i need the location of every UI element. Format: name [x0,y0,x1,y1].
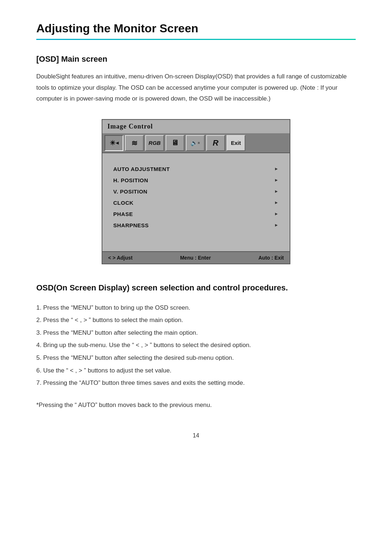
menu-item-label: H. Position [113,177,148,183]
osd-box: Image Control ☀ ◀ ≋ RGB 🖥 🔈 ≡ [102,119,290,264]
menu-item-label: Clock [113,200,134,206]
osd-footer-exit: Auto : Exit [258,255,284,261]
step-3: 3. Press the “MENU” button after selecti… [36,327,356,339]
osd-menu-area: Auto Adjustment ► H. Position ► V. Posit… [102,153,290,251]
speaker-icon: 🔈 [191,139,198,146]
step-4: 4. Bring up the sub-menu. Use the “ < , … [36,340,356,351]
osd-procedures-title: OSD(On Screen Display) screen selection … [36,282,356,294]
osd-menu-item-phase[interactable]: Phase ► [113,208,279,220]
adjust-keys: < > [108,255,115,261]
osd-main-section-title: [OSD] Main screen [36,54,356,64]
osd-icon-reset[interactable]: R [206,135,225,151]
osd-footer-adjust: < > Adjust [108,255,132,261]
osd-icon-speaker[interactable]: 🔈 ≡ [186,135,205,151]
exit-label: Exit [231,140,241,146]
menu-item-label: V. Position [113,188,147,195]
adjust-label: Adjust [117,255,133,261]
menu-key: Menu [180,255,193,261]
note-text: *Pressing the “ AUTO” button moves back … [36,400,356,411]
menu-item-label: Auto Adjustment [113,166,170,172]
step-5: 5. Press the “MENU” button after selecti… [36,353,356,364]
page-number: 14 [36,432,356,439]
exit-label: : Exit [271,255,284,261]
title-divider [36,39,356,40]
intro-paragraph: DoubleSight features an intuitive, menu-… [36,71,348,105]
r-icon: R [213,138,219,148]
arrow-icon: ► [274,211,279,216]
rgb-icon: RGB [148,140,160,146]
osd-footer-enter: Menu : Enter [180,255,211,261]
osd-icon-waves[interactable]: ≋ [125,135,144,151]
step-6: 6. Use the “ < , > ” buttons to adjust t… [36,365,356,376]
osd-icon-brightness[interactable]: ☀ ◀ [105,135,123,151]
page-title: Adjusting the Monitor Screen [36,22,356,35]
pointer-icon: ◀ [116,141,119,145]
osd-header: Image Control [102,120,290,134]
step-1: 1. Press the “MENU” button to bring up t… [36,302,356,314]
step-2: 2. Press the “ < , > ” buttons to select… [36,315,356,326]
enter-label: : Enter [195,255,211,261]
menu-item-label: Sharpness [113,222,149,228]
osd-header-text: Image Control [107,123,153,130]
osd-menu-item-v-position[interactable]: V. Position ► [113,186,279,197]
osd-menu-item-auto-adjustment[interactable]: Auto Adjustment ► [113,163,279,175]
arrow-icon: ► [274,178,279,183]
sun-icon: ☀ [110,139,115,147]
osd-footer: < > Adjust Menu : Enter Auto : Exit [102,251,290,264]
auto-key: Auto [258,255,270,261]
osd-diagram-container: Image Control ☀ ◀ ≋ RGB 🖥 🔈 ≡ [36,119,356,264]
osd-menu-item-h-position[interactable]: H. Position ► [113,175,279,186]
instructions-list: 1. Press the “MENU” button to bring up t… [36,302,356,389]
waves-icon: ≋ [131,139,138,147]
menu-item-label: Phase [113,211,133,217]
osd-icon-rgb[interactable]: RGB [145,135,164,151]
osd-icons-row: ☀ ◀ ≋ RGB 🖥 🔈 ≡ R [102,134,290,153]
osd-icon-screen[interactable]: 🖥 [166,135,184,151]
osd-icon-exit[interactable]: Exit [226,135,245,151]
arrow-icon: ► [274,166,279,171]
screen-icon: 🖥 [171,139,179,147]
arrow-icon: ► [274,223,279,228]
speaker-lines-icon: ≡ [198,141,200,145]
arrow-icon: ► [274,200,279,205]
osd-menu-item-sharpness[interactable]: Sharpness ► [113,220,279,231]
osd-menu-item-clock[interactable]: Clock ► [113,197,279,208]
arrow-icon: ► [274,189,279,194]
step-7: 7. Pressing the “AUTO” button three time… [36,378,356,389]
